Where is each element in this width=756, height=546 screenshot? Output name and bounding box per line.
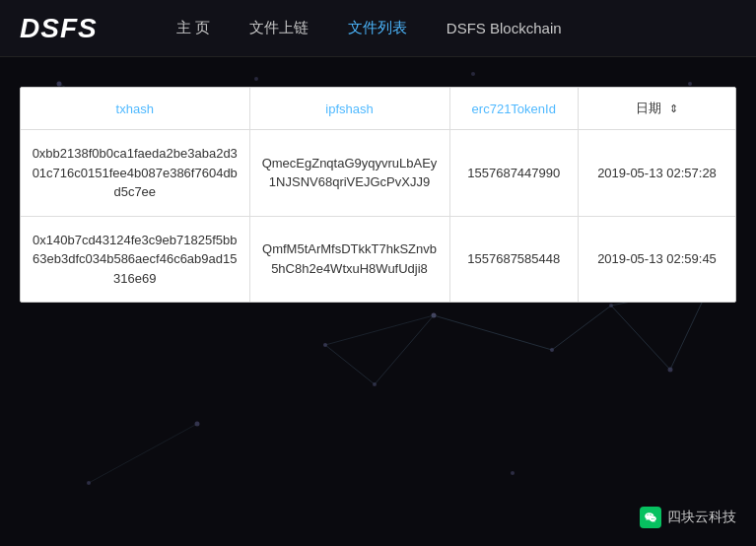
brand-name: 四块云科技	[667, 509, 736, 526]
cell-txhash: 0x140b7cd43124fe3c9eb71825f5bb63eb3dfc03…	[21, 216, 249, 302]
svg-point-8	[511, 471, 515, 475]
nav-blockchain[interactable]: DSFS Blockchain	[447, 20, 562, 36]
nav-list[interactable]: 文件列表	[348, 19, 407, 37]
main-nav: 主 页 文件上链 文件列表 DSFS Blockchain	[176, 19, 562, 37]
svg-line-27	[89, 424, 197, 483]
nav-home[interactable]: 主 页	[176, 19, 210, 37]
col-header-date[interactable]: 日期 ⇕	[579, 88, 736, 130]
col-header-erc: erc721TokenId	[449, 88, 579, 130]
cell-ipfshash: QmfM5tArMfsDTkkT7hkSZnvb5hC8h2e4WtxuH8Wu…	[249, 216, 449, 302]
col-header-txhash: txhash	[21, 88, 249, 130]
svg-line-22	[375, 315, 434, 384]
svg-line-23	[325, 345, 375, 384]
sort-icon[interactable]: ⇕	[669, 102, 678, 115]
logo: DSFS	[20, 13, 98, 44]
cell-erc721: 1557687585448	[449, 216, 579, 302]
main-content: txhash ipfshash erc721TokenId 日期 ⇕ 0xbb2…	[0, 57, 756, 322]
cell-erc721: 1557687447990	[449, 130, 579, 217]
table-row: 0xbb2138f0b0ca1faeda2be3aba2d301c716c015…	[21, 130, 735, 217]
file-table-wrapper: txhash ipfshash erc721TokenId 日期 ⇕ 0xbb2…	[20, 87, 736, 303]
cell-date: 2019-05-13 02:59:45	[579, 216, 736, 302]
table-header-row: txhash ipfshash erc721TokenId 日期 ⇕	[21, 88, 735, 130]
nav-upload[interactable]: 文件上链	[249, 19, 309, 37]
cell-txhash: 0xbb2138f0b0ca1faeda2be3aba2d301c716c015…	[21, 130, 249, 217]
header: DSFS 主 页 文件上链 文件列表 DSFS Blockchain	[0, 0, 756, 57]
cell-date: 2019-05-13 02:57:28	[579, 130, 736, 217]
col-header-ipfs: ipfshash	[249, 88, 449, 130]
footer-brand: 四块云科技	[640, 507, 736, 528]
file-table: txhash ipfshash erc721TokenId 日期 ⇕ 0xbb2…	[21, 88, 735, 302]
cell-ipfshash: QmecEgZnqtaG9yqyvruLbAEy1NJSNV68qriVEJGc…	[249, 130, 449, 217]
table-row: 0x140b7cd43124fe3c9eb71825f5bb63eb3dfc03…	[21, 216, 735, 302]
wechat-icon	[640, 507, 661, 528]
